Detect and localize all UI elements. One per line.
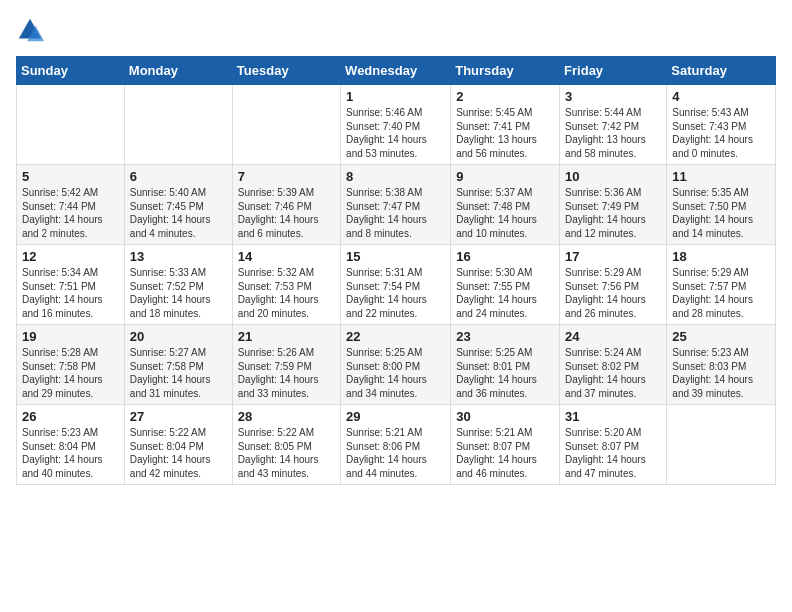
day-info: Sunrise: 5:21 AMSunset: 8:06 PMDaylight:… [346, 426, 445, 480]
day-number: 17 [565, 249, 661, 264]
day-cell-8: 8Sunrise: 5:38 AMSunset: 7:47 PMDaylight… [341, 165, 451, 245]
day-info: Sunrise: 5:34 AMSunset: 7:51 PMDaylight:… [22, 266, 119, 320]
day-number: 14 [238, 249, 335, 264]
calendar-table: SundayMondayTuesdayWednesdayThursdayFrid… [16, 56, 776, 485]
day-info: Sunrise: 5:36 AMSunset: 7:49 PMDaylight:… [565, 186, 661, 240]
day-info: Sunrise: 5:25 AMSunset: 8:01 PMDaylight:… [456, 346, 554, 400]
day-number: 4 [672, 89, 770, 104]
day-number: 30 [456, 409, 554, 424]
day-number: 29 [346, 409, 445, 424]
weekday-header-thursday: Thursday [451, 57, 560, 85]
day-number: 13 [130, 249, 227, 264]
day-cell-18: 18Sunrise: 5:29 AMSunset: 7:57 PMDayligh… [667, 245, 776, 325]
day-info: Sunrise: 5:23 AMSunset: 8:04 PMDaylight:… [22, 426, 119, 480]
day-number: 15 [346, 249, 445, 264]
day-cell-15: 15Sunrise: 5:31 AMSunset: 7:54 PMDayligh… [341, 245, 451, 325]
day-cell-29: 29Sunrise: 5:21 AMSunset: 8:06 PMDayligh… [341, 405, 451, 485]
day-info: Sunrise: 5:22 AMSunset: 8:05 PMDaylight:… [238, 426, 335, 480]
day-cell-27: 27Sunrise: 5:22 AMSunset: 8:04 PMDayligh… [124, 405, 232, 485]
weekday-header-row: SundayMondayTuesdayWednesdayThursdayFrid… [17, 57, 776, 85]
day-cell-3: 3Sunrise: 5:44 AMSunset: 7:42 PMDaylight… [560, 85, 667, 165]
empty-cell [232, 85, 340, 165]
day-cell-10: 10Sunrise: 5:36 AMSunset: 7:49 PMDayligh… [560, 165, 667, 245]
day-cell-31: 31Sunrise: 5:20 AMSunset: 8:07 PMDayligh… [560, 405, 667, 485]
weekday-header-wednesday: Wednesday [341, 57, 451, 85]
day-info: Sunrise: 5:33 AMSunset: 7:52 PMDaylight:… [130, 266, 227, 320]
day-info: Sunrise: 5:45 AMSunset: 7:41 PMDaylight:… [456, 106, 554, 160]
day-cell-12: 12Sunrise: 5:34 AMSunset: 7:51 PMDayligh… [17, 245, 125, 325]
day-number: 16 [456, 249, 554, 264]
day-cell-19: 19Sunrise: 5:28 AMSunset: 7:58 PMDayligh… [17, 325, 125, 405]
week-row-2: 5Sunrise: 5:42 AMSunset: 7:44 PMDaylight… [17, 165, 776, 245]
weekday-header-sunday: Sunday [17, 57, 125, 85]
day-number: 11 [672, 169, 770, 184]
empty-cell [17, 85, 125, 165]
week-row-5: 26Sunrise: 5:23 AMSunset: 8:04 PMDayligh… [17, 405, 776, 485]
day-number: 19 [22, 329, 119, 344]
day-number: 24 [565, 329, 661, 344]
empty-cell [667, 405, 776, 485]
empty-cell [124, 85, 232, 165]
day-number: 18 [672, 249, 770, 264]
day-cell-30: 30Sunrise: 5:21 AMSunset: 8:07 PMDayligh… [451, 405, 560, 485]
day-cell-26: 26Sunrise: 5:23 AMSunset: 8:04 PMDayligh… [17, 405, 125, 485]
week-row-3: 12Sunrise: 5:34 AMSunset: 7:51 PMDayligh… [17, 245, 776, 325]
day-info: Sunrise: 5:42 AMSunset: 7:44 PMDaylight:… [22, 186, 119, 240]
day-info: Sunrise: 5:44 AMSunset: 7:42 PMDaylight:… [565, 106, 661, 160]
day-info: Sunrise: 5:37 AMSunset: 7:48 PMDaylight:… [456, 186, 554, 240]
day-number: 26 [22, 409, 119, 424]
weekday-header-friday: Friday [560, 57, 667, 85]
day-info: Sunrise: 5:43 AMSunset: 7:43 PMDaylight:… [672, 106, 770, 160]
day-info: Sunrise: 5:25 AMSunset: 8:00 PMDaylight:… [346, 346, 445, 400]
day-info: Sunrise: 5:22 AMSunset: 8:04 PMDaylight:… [130, 426, 227, 480]
day-info: Sunrise: 5:29 AMSunset: 7:56 PMDaylight:… [565, 266, 661, 320]
day-cell-14: 14Sunrise: 5:32 AMSunset: 7:53 PMDayligh… [232, 245, 340, 325]
weekday-header-monday: Monday [124, 57, 232, 85]
day-number: 5 [22, 169, 119, 184]
day-number: 20 [130, 329, 227, 344]
day-number: 23 [456, 329, 554, 344]
day-info: Sunrise: 5:24 AMSunset: 8:02 PMDaylight:… [565, 346, 661, 400]
week-row-4: 19Sunrise: 5:28 AMSunset: 7:58 PMDayligh… [17, 325, 776, 405]
day-number: 7 [238, 169, 335, 184]
day-cell-9: 9Sunrise: 5:37 AMSunset: 7:48 PMDaylight… [451, 165, 560, 245]
day-number: 3 [565, 89, 661, 104]
day-info: Sunrise: 5:31 AMSunset: 7:54 PMDaylight:… [346, 266, 445, 320]
day-cell-23: 23Sunrise: 5:25 AMSunset: 8:01 PMDayligh… [451, 325, 560, 405]
day-number: 10 [565, 169, 661, 184]
day-info: Sunrise: 5:30 AMSunset: 7:55 PMDaylight:… [456, 266, 554, 320]
day-info: Sunrise: 5:32 AMSunset: 7:53 PMDaylight:… [238, 266, 335, 320]
day-number: 28 [238, 409, 335, 424]
day-cell-13: 13Sunrise: 5:33 AMSunset: 7:52 PMDayligh… [124, 245, 232, 325]
day-cell-16: 16Sunrise: 5:30 AMSunset: 7:55 PMDayligh… [451, 245, 560, 325]
day-number: 9 [456, 169, 554, 184]
day-info: Sunrise: 5:35 AMSunset: 7:50 PMDaylight:… [672, 186, 770, 240]
day-cell-11: 11Sunrise: 5:35 AMSunset: 7:50 PMDayligh… [667, 165, 776, 245]
day-info: Sunrise: 5:27 AMSunset: 7:58 PMDaylight:… [130, 346, 227, 400]
day-cell-5: 5Sunrise: 5:42 AMSunset: 7:44 PMDaylight… [17, 165, 125, 245]
day-cell-20: 20Sunrise: 5:27 AMSunset: 7:58 PMDayligh… [124, 325, 232, 405]
day-number: 8 [346, 169, 445, 184]
day-number: 31 [565, 409, 661, 424]
weekday-header-tuesday: Tuesday [232, 57, 340, 85]
day-number: 1 [346, 89, 445, 104]
day-number: 21 [238, 329, 335, 344]
day-info: Sunrise: 5:39 AMSunset: 7:46 PMDaylight:… [238, 186, 335, 240]
day-number: 2 [456, 89, 554, 104]
day-info: Sunrise: 5:46 AMSunset: 7:40 PMDaylight:… [346, 106, 445, 160]
day-cell-21: 21Sunrise: 5:26 AMSunset: 7:59 PMDayligh… [232, 325, 340, 405]
day-number: 12 [22, 249, 119, 264]
day-info: Sunrise: 5:38 AMSunset: 7:47 PMDaylight:… [346, 186, 445, 240]
weekday-header-saturday: Saturday [667, 57, 776, 85]
day-info: Sunrise: 5:26 AMSunset: 7:59 PMDaylight:… [238, 346, 335, 400]
day-info: Sunrise: 5:28 AMSunset: 7:58 PMDaylight:… [22, 346, 119, 400]
page-header [16, 16, 776, 44]
day-number: 22 [346, 329, 445, 344]
logo-icon [16, 16, 44, 44]
day-info: Sunrise: 5:40 AMSunset: 7:45 PMDaylight:… [130, 186, 227, 240]
week-row-1: 1Sunrise: 5:46 AMSunset: 7:40 PMDaylight… [17, 85, 776, 165]
day-number: 25 [672, 329, 770, 344]
day-number: 27 [130, 409, 227, 424]
day-cell-6: 6Sunrise: 5:40 AMSunset: 7:45 PMDaylight… [124, 165, 232, 245]
day-info: Sunrise: 5:21 AMSunset: 8:07 PMDaylight:… [456, 426, 554, 480]
